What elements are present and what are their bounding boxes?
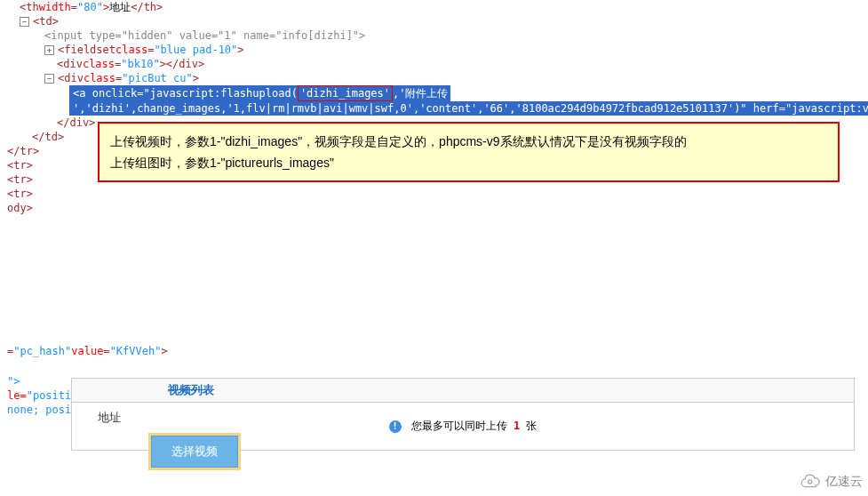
code-line: <input type="hidden" value="1" name="inf… [7,28,868,43]
code-line: <div class="bk10"></div> [7,57,868,71]
code-line: <th width="80"> 地址 </th> [7,0,868,14]
watermark: 亿速云 [792,468,868,496]
info-icon: ! [389,420,402,433]
annotation-line: 上传视频时，参数1-"dizhi_images"，视频字段是自定义的，phpcm… [110,131,827,152]
code-line: − <div class="picBut cu"> [7,71,868,85]
expand-toggle-icon[interactable]: + [44,45,54,55]
upload-ui-panel: 视频列表 地址 ! 您最多可以同时上传 1 张 [0,378,868,451]
code-line-highlighted: <a onclick="javascript:flashupload('dizh… [7,85,868,101]
code-line: + <fieldset class="blue pad-10"> [7,43,868,57]
upload-info-text: 您最多可以同时上传 1 张 [411,420,538,432]
cloud-logo-icon [797,473,822,491]
source-code-viewer: <th width="80"> 地址 </th> − <td> <input t… [0,0,868,215]
select-video-button[interactable]: 选择视频 [151,436,238,468]
field-label: 地址 [98,410,121,426]
collapse-toggle-icon[interactable]: − [20,17,29,27]
code-line: ody> [7,201,868,215]
watermark-text: 亿速云 [825,474,863,490]
code-line: − <td> [7,14,868,28]
code-line-highlighted: ','dizhi',change_images,'1,flv|rm|rmvb|a… [7,101,868,116]
annotation-callout: 上传视频时，参数1-"dizhi_images"，视频字段是自定义的，phpcm… [98,122,840,182]
collapse-toggle-icon[interactable]: − [44,74,54,84]
panel-header: 视频列表 [71,378,855,403]
annotation-line: 上传组图时，参数1-"pictureurls_images" [110,152,827,173]
code-line: <tr> [7,187,868,201]
highlighted-param: 'dizhi_images' [298,85,393,101]
